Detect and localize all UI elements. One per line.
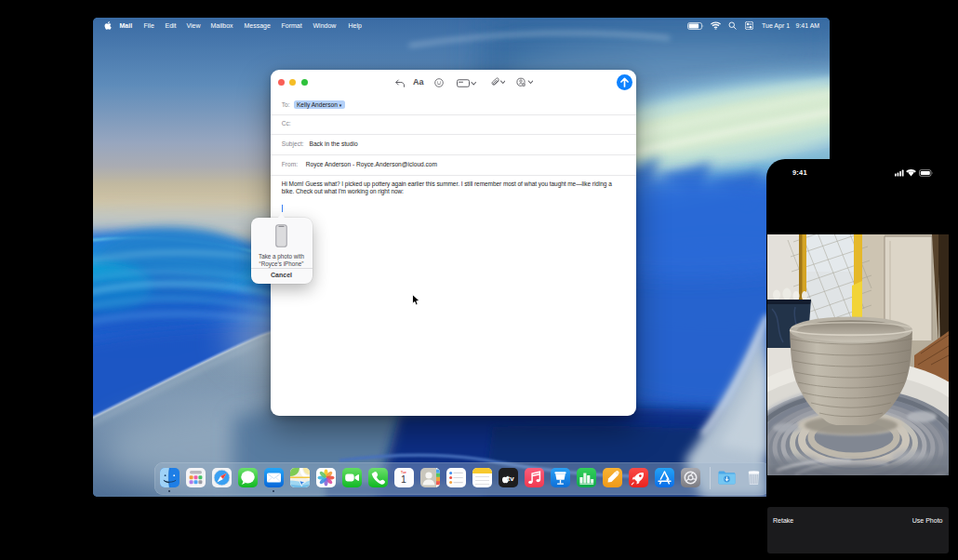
svg-text:tv: tv bbox=[507, 474, 514, 483]
